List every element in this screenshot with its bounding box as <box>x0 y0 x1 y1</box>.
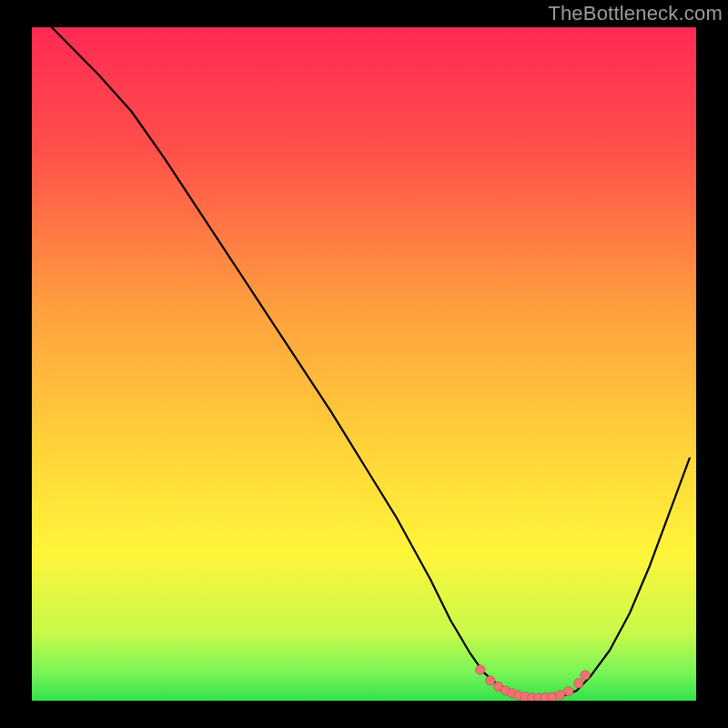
marker-dot <box>574 679 583 688</box>
marker-dot <box>581 671 590 680</box>
plot-area <box>32 27 696 701</box>
marker-dot <box>564 686 573 695</box>
marker-dot <box>486 676 495 685</box>
watermark-text: TheBottleneck.com <box>548 2 723 25</box>
gradient-background <box>32 27 696 701</box>
marker-dot <box>555 691 564 700</box>
marker-dot <box>476 665 485 674</box>
bottleneck-chart <box>32 27 696 701</box>
chart-container: TheBottleneck.com <box>0 0 728 728</box>
